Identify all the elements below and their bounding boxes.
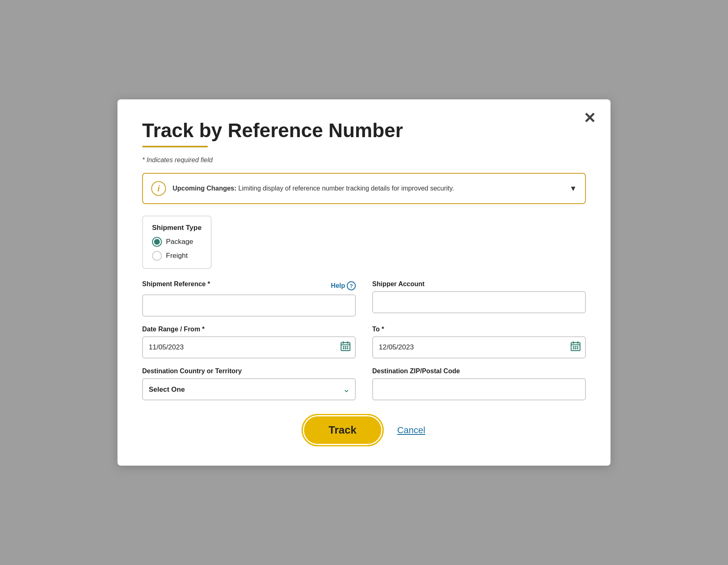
radio-circle-package xyxy=(152,237,162,247)
info-text: Upcoming Changes: Limiting display of re… xyxy=(173,185,454,192)
zip-label: Destination ZIP/Postal Code xyxy=(372,367,586,375)
form-row-3: Destination Country or Territory Select … xyxy=(142,367,586,400)
radio-circle-freight xyxy=(152,251,162,261)
shipment-type-box: Shipment Type Package Freight xyxy=(142,216,212,269)
help-icon: ? xyxy=(347,281,356,290)
form-row-1: Shipment Reference * Help ? Shipper Acco… xyxy=(142,280,586,317)
shipper-account-label: Shipper Account xyxy=(372,280,586,288)
date-to-wrapper xyxy=(372,336,586,358)
form-row-2: Date Range / From * xyxy=(142,326,586,358)
country-select-wrapper: Select One ⌄ xyxy=(142,378,356,400)
reference-label: Shipment Reference * xyxy=(142,280,210,288)
form-col-zip: Destination ZIP/Postal Code xyxy=(372,367,586,400)
info-message: Limiting display of reference number tra… xyxy=(237,185,454,192)
reference-label-row: Shipment Reference * Help ? xyxy=(142,280,356,291)
button-row: Track Cancel xyxy=(142,415,586,445)
date-from-wrapper xyxy=(142,336,356,358)
modal-overlay: ✕ Track by Reference Number * Indicates … xyxy=(0,0,728,565)
radio-package[interactable]: Package xyxy=(152,237,202,247)
radio-package-label: Package xyxy=(166,238,193,246)
shipment-type-radio-group: Package Freight xyxy=(152,237,202,261)
shipment-type-label: Shipment Type xyxy=(152,224,202,232)
date-from-input[interactable] xyxy=(142,336,356,358)
date-to-label: To * xyxy=(372,326,586,333)
modal-dialog: ✕ Track by Reference Number * Indicates … xyxy=(117,99,611,466)
date-to-input[interactable] xyxy=(372,336,586,358)
date-from-label: Date Range / From * xyxy=(142,326,356,333)
radio-freight-label: Freight xyxy=(166,252,188,260)
form-col-shipper: Shipper Account xyxy=(372,280,586,317)
info-bold: Upcoming Changes: xyxy=(173,185,237,192)
info-icon: i xyxy=(151,181,166,196)
shipment-reference-input[interactable] xyxy=(142,294,356,317)
form-col-date-to: To * xyxy=(372,326,586,358)
close-button[interactable]: ✕ xyxy=(583,111,596,126)
country-select[interactable]: Select One xyxy=(142,378,356,400)
modal-title: Track by Reference Number xyxy=(142,119,586,142)
form-col-country: Destination Country or Territory Select … xyxy=(142,367,356,400)
cancel-button[interactable]: Cancel xyxy=(397,425,425,436)
form-col-date-from: Date Range / From * xyxy=(142,326,356,358)
radio-freight[interactable]: Freight xyxy=(152,251,202,261)
shipper-account-input[interactable] xyxy=(372,291,586,313)
required-note: * Indicates required field xyxy=(142,156,586,164)
info-banner-content: i Upcoming Changes: Limiting display of … xyxy=(151,181,454,196)
help-link[interactable]: Help ? xyxy=(331,281,356,290)
help-link-text: Help xyxy=(331,282,345,289)
title-underline xyxy=(142,146,208,147)
track-button[interactable]: Track xyxy=(303,415,382,445)
info-chevron-icon[interactable]: ▼ xyxy=(569,184,577,193)
zip-input[interactable] xyxy=(372,378,586,400)
form-col-reference: Shipment Reference * Help ? xyxy=(142,280,356,317)
country-label: Destination Country or Territory xyxy=(142,367,356,375)
info-banner: i Upcoming Changes: Limiting display of … xyxy=(142,173,586,204)
